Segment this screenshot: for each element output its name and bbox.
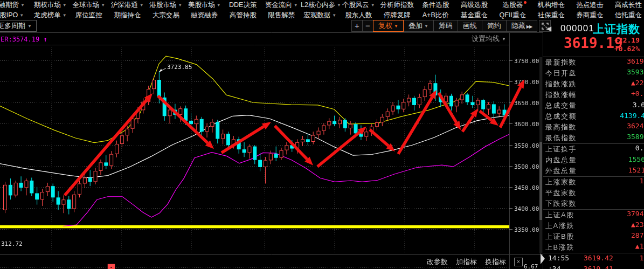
- quote-row-0-6: 最高指数3624.07: [543, 122, 644, 133]
- stock-app-window: { "menubar": { "row1": [ {"label":"融期货",…: [0, 0, 644, 269]
- toolbar-button-2[interactable]: 复权▼: [373, 20, 404, 32]
- quote-value: 3589.69: [627, 133, 644, 141]
- quote-value: ▲1.08: [635, 242, 644, 250]
- more-cycles-button[interactable]: 更多周期▼: [0, 20, 37, 32]
- chevron-down-icon: ▼: [294, 3, 298, 8]
- quote-value: 15565万: [628, 155, 644, 164]
- toolbar-button-4[interactable]: 筹码: [433, 20, 458, 32]
- menu-item-r2-15[interactable]: 券商重仓: [571, 10, 610, 20]
- menu-item-r2-7[interactable]: 限售解禁: [262, 10, 301, 20]
- indicator-link-1[interactable]: 加指标: [456, 257, 477, 267]
- menu-item-r1-4[interactable]: 港股市场▼: [147, 0, 185, 10]
- menu-item-r2-16[interactable]: 信托重仓: [609, 10, 644, 20]
- back-arrow-icon[interactable]: ◀: [546, 25, 551, 32]
- toolbar-button-7[interactable]: 隐藏▶▶: [506, 20, 537, 32]
- chevron-down-icon: ▼: [63, 3, 67, 8]
- chevron-down-icon: ▼: [178, 3, 182, 8]
- menu-item-r1-11[interactable]: 条件选股: [417, 0, 455, 10]
- quote-row-0-1: 今日开盘3593.81: [543, 68, 644, 79]
- menu-bar-row1: 融期货▼期权市场▼全球市场▼沪深港通▼港股市场▼美股市场▼DDE决策资金流向▼L…: [0, 0, 644, 10]
- menu-item-r1-3[interactable]: 沪深港通▼: [108, 0, 147, 10]
- stock-code[interactable]: 000001: [560, 23, 594, 34]
- quote-value: 3619.19: [627, 57, 644, 65]
- quote-label: 平盘家数: [545, 188, 577, 198]
- menu-item-r1-0[interactable]: 融期货▼: [0, 0, 31, 10]
- menu-item-r1-1[interactable]: 期权市场▼: [31, 0, 70, 10]
- quote-row-0-5: 总成交额4139.48亿: [543, 111, 644, 122]
- quote-label: 总成交额: [545, 111, 577, 122]
- menu-item-r1-15[interactable]: 热点追击: [571, 0, 610, 10]
- min-price-label: 312.72: [1, 240, 23, 247]
- panel-scrollbar[interactable]: [539, 57, 542, 253]
- chevron-down-icon: ▼: [332, 13, 336, 18]
- quote-value: 4139.48亿: [620, 111, 644, 121]
- menu-item-r2-1[interactable]: 龙虎榜单▼: [31, 10, 70, 20]
- menu-item-r2-12[interactable]: 基金重仓: [455, 10, 494, 20]
- chevron-down-icon: ▼: [217, 3, 221, 8]
- close-indicator-icon[interactable]: ×: [514, 258, 523, 266]
- menu-item-r1-13[interactable]: 选股器: [494, 0, 532, 10]
- quote-row-0-3: 指数涨幅+0.62%: [543, 89, 644, 100]
- menu-item-r2-4[interactable]: 大宗交易: [147, 10, 185, 20]
- menu-item-r2-9[interactable]: 股东人数: [340, 10, 378, 20]
- menu-item-r2-0[interactable]: 股IPO▼: [0, 10, 31, 20]
- menu-item-r2-3[interactable]: 期指持仓: [108, 10, 147, 20]
- chevron-down-icon: ▼: [371, 3, 375, 8]
- menu-item-r1-6[interactable]: DDE决策: [224, 0, 262, 10]
- double-arrow-icon: ▶▶: [527, 24, 532, 29]
- tick-list: 14:553619.421920:343619.41181: [543, 254, 644, 269]
- menu-item-r1-16[interactable]: 高成长性: [609, 0, 644, 10]
- quote-label: 最新指数: [545, 57, 577, 68]
- menu-item-r1-2[interactable]: 全球市场▼: [70, 0, 108, 10]
- toolbar-button-5[interactable]: 画线: [458, 20, 482, 32]
- quote-rows: 最新指数3619.19今日开盘3593.81指数涨跌▲22.19指数涨幅+0.6…: [543, 57, 644, 253]
- indicator-link-2[interactable]: 换指标: [485, 257, 506, 267]
- quote-label: 上证B股: [545, 231, 574, 242]
- menu-item-r2-11[interactable]: A+B比价: [417, 10, 455, 20]
- quote-value: +0.62%: [631, 89, 644, 98]
- chevron-down-icon: ▼: [27, 24, 32, 29]
- menu-item-r1-9[interactable]: 个股风云▼: [340, 0, 378, 10]
- indicator-link-0[interactable]: 改参数: [427, 257, 448, 267]
- quote-row-0-2: 指数涨跌▲22.19: [543, 79, 644, 89]
- price-change-percent: +0.62%: [614, 45, 640, 53]
- indicator-link-bar: 改参数加指标换指标×: [427, 257, 523, 267]
- toolbar-button-0[interactable]: +: [351, 20, 363, 32]
- quote-value: 1187: [640, 177, 644, 185]
- up-arrow-icon: ↑: [43, 36, 47, 43]
- menu-item-r2-14[interactable]: 社保重仓: [532, 10, 571, 20]
- chevron-down-icon: ▼: [20, 3, 25, 8]
- menu-item-r2-5[interactable]: 融资融券: [185, 10, 224, 20]
- menu-item-r2-8[interactable]: 宏观数据▼: [301, 10, 340, 20]
- lower-band-value-label: ER:3574.19 ↑: [1, 36, 47, 43]
- menu-item-r1-8[interactable]: L2核心内参▼: [301, 0, 340, 10]
- menu-item-r1-14[interactable]: 机构增仓: [532, 0, 571, 10]
- ma-settings-button[interactable]: 设置均线▼: [472, 34, 506, 44]
- menu-item-r2-2[interactable]: 席位监控: [70, 10, 108, 20]
- toolbar-button-6[interactable]: 简约: [482, 20, 507, 32]
- tick-row-1: :343619.41181: [543, 265, 644, 269]
- menu-item-r1-7[interactable]: 资金流向▼: [262, 0, 301, 10]
- menu-item-r1-10[interactable]: 分析师指数: [378, 0, 417, 10]
- quote-row-0-7: 最低指数3589.69: [543, 133, 644, 143]
- quote-label: 上证A股: [545, 210, 574, 220]
- menu-item-r1-12[interactable]: 高级选股: [455, 0, 494, 10]
- menu-item-r1-5[interactable]: 美股市场▼: [185, 0, 224, 10]
- menu-item-r2-13[interactable]: QFII重仓: [494, 10, 532, 20]
- quote-value: 15219万: [628, 165, 644, 175]
- toolbar-button-1[interactable]: −: [362, 20, 373, 32]
- candlestick-chart[interactable]: [0, 32, 543, 269]
- chevron-down-icon: ▼: [19, 13, 24, 18]
- divider: [543, 253, 644, 253]
- menu-item-r2-6[interactable]: 高管持股: [224, 10, 262, 20]
- quote-label: 上B涨跌: [545, 242, 574, 253]
- menu-item-r2-10[interactable]: 停牌复牌: [378, 10, 417, 20]
- quote-label: 外盘总量: [545, 165, 577, 176]
- price-change: +22.19: [614, 36, 640, 44]
- chevron-down-icon: ▼: [502, 37, 506, 42]
- quote-row-3-0: 上证A股3794.42: [543, 210, 644, 220]
- toolbar-button-3[interactable]: 叠加▼: [403, 20, 434, 32]
- scrollbar-thumb[interactable]: [539, 142, 542, 220]
- stock-name[interactable]: 上证指数: [593, 22, 640, 37]
- quote-value: 3593.81: [627, 68, 644, 76]
